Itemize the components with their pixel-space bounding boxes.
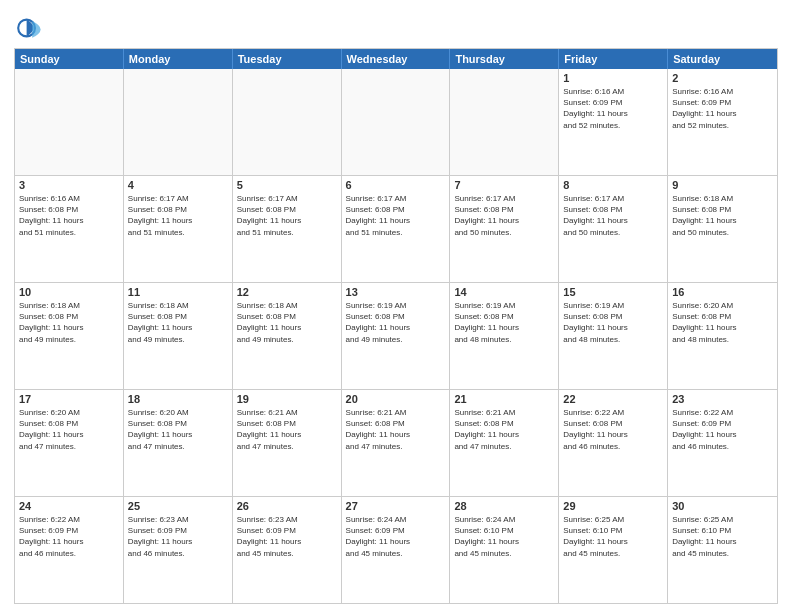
- week-row-1: 1Sunrise: 6:16 AMSunset: 6:09 PMDaylight…: [15, 69, 777, 176]
- day-cell-23: 23Sunrise: 6:22 AMSunset: 6:09 PMDayligh…: [668, 390, 777, 496]
- day-info: Sunrise: 6:16 AMSunset: 6:09 PMDaylight:…: [672, 86, 773, 131]
- day-cell-5: 5Sunrise: 6:17 AMSunset: 6:08 PMDaylight…: [233, 176, 342, 282]
- day-cell-8: 8Sunrise: 6:17 AMSunset: 6:08 PMDaylight…: [559, 176, 668, 282]
- day-number: 15: [563, 286, 663, 298]
- day-cell-2: 2Sunrise: 6:16 AMSunset: 6:09 PMDaylight…: [668, 69, 777, 175]
- day-cell-9: 9Sunrise: 6:18 AMSunset: 6:08 PMDaylight…: [668, 176, 777, 282]
- day-info: Sunrise: 6:22 AMSunset: 6:08 PMDaylight:…: [563, 407, 663, 452]
- day-info: Sunrise: 6:25 AMSunset: 6:10 PMDaylight:…: [563, 514, 663, 559]
- header-day-monday: Monday: [124, 49, 233, 69]
- header-day-sunday: Sunday: [15, 49, 124, 69]
- logo-icon: [14, 14, 42, 42]
- day-info: Sunrise: 6:21 AMSunset: 6:08 PMDaylight:…: [346, 407, 446, 452]
- day-number: 19: [237, 393, 337, 405]
- day-info: Sunrise: 6:22 AMSunset: 6:09 PMDaylight:…: [672, 407, 773, 452]
- day-info: Sunrise: 6:18 AMSunset: 6:08 PMDaylight:…: [128, 300, 228, 345]
- day-number: 7: [454, 179, 554, 191]
- day-cell-28: 28Sunrise: 6:24 AMSunset: 6:10 PMDayligh…: [450, 497, 559, 603]
- day-cell-18: 18Sunrise: 6:20 AMSunset: 6:08 PMDayligh…: [124, 390, 233, 496]
- day-number: 27: [346, 500, 446, 512]
- logo: [14, 14, 44, 42]
- day-number: 23: [672, 393, 773, 405]
- day-info: Sunrise: 6:19 AMSunset: 6:08 PMDaylight:…: [563, 300, 663, 345]
- day-info: Sunrise: 6:20 AMSunset: 6:08 PMDaylight:…: [128, 407, 228, 452]
- day-info: Sunrise: 6:24 AMSunset: 6:10 PMDaylight:…: [454, 514, 554, 559]
- day-cell-16: 16Sunrise: 6:20 AMSunset: 6:08 PMDayligh…: [668, 283, 777, 389]
- day-info: Sunrise: 6:18 AMSunset: 6:08 PMDaylight:…: [237, 300, 337, 345]
- day-info: Sunrise: 6:17 AMSunset: 6:08 PMDaylight:…: [563, 193, 663, 238]
- page: SundayMondayTuesdayWednesdayThursdayFrid…: [0, 0, 792, 612]
- empty-cell: [342, 69, 451, 175]
- day-cell-15: 15Sunrise: 6:19 AMSunset: 6:08 PMDayligh…: [559, 283, 668, 389]
- empty-cell: [450, 69, 559, 175]
- day-info: Sunrise: 6:17 AMSunset: 6:08 PMDaylight:…: [454, 193, 554, 238]
- day-number: 3: [19, 179, 119, 191]
- day-info: Sunrise: 6:19 AMSunset: 6:08 PMDaylight:…: [346, 300, 446, 345]
- day-cell-21: 21Sunrise: 6:21 AMSunset: 6:08 PMDayligh…: [450, 390, 559, 496]
- calendar-body: 1Sunrise: 6:16 AMSunset: 6:09 PMDaylight…: [15, 69, 777, 603]
- day-cell-19: 19Sunrise: 6:21 AMSunset: 6:08 PMDayligh…: [233, 390, 342, 496]
- calendar-header: SundayMondayTuesdayWednesdayThursdayFrid…: [15, 49, 777, 69]
- day-info: Sunrise: 6:16 AMSunset: 6:08 PMDaylight:…: [19, 193, 119, 238]
- day-cell-10: 10Sunrise: 6:18 AMSunset: 6:08 PMDayligh…: [15, 283, 124, 389]
- week-row-5: 24Sunrise: 6:22 AMSunset: 6:09 PMDayligh…: [15, 497, 777, 603]
- day-cell-26: 26Sunrise: 6:23 AMSunset: 6:09 PMDayligh…: [233, 497, 342, 603]
- day-info: Sunrise: 6:16 AMSunset: 6:09 PMDaylight:…: [563, 86, 663, 131]
- day-info: Sunrise: 6:21 AMSunset: 6:08 PMDaylight:…: [237, 407, 337, 452]
- day-cell-27: 27Sunrise: 6:24 AMSunset: 6:09 PMDayligh…: [342, 497, 451, 603]
- day-info: Sunrise: 6:21 AMSunset: 6:08 PMDaylight:…: [454, 407, 554, 452]
- day-number: 10: [19, 286, 119, 298]
- day-info: Sunrise: 6:17 AMSunset: 6:08 PMDaylight:…: [237, 193, 337, 238]
- day-number: 6: [346, 179, 446, 191]
- day-cell-6: 6Sunrise: 6:17 AMSunset: 6:08 PMDaylight…: [342, 176, 451, 282]
- day-cell-7: 7Sunrise: 6:17 AMSunset: 6:08 PMDaylight…: [450, 176, 559, 282]
- day-number: 5: [237, 179, 337, 191]
- day-number: 29: [563, 500, 663, 512]
- day-info: Sunrise: 6:23 AMSunset: 6:09 PMDaylight:…: [237, 514, 337, 559]
- header-day-saturday: Saturday: [668, 49, 777, 69]
- day-number: 14: [454, 286, 554, 298]
- day-number: 24: [19, 500, 119, 512]
- week-row-2: 3Sunrise: 6:16 AMSunset: 6:08 PMDaylight…: [15, 176, 777, 283]
- day-info: Sunrise: 6:17 AMSunset: 6:08 PMDaylight:…: [346, 193, 446, 238]
- day-cell-17: 17Sunrise: 6:20 AMSunset: 6:08 PMDayligh…: [15, 390, 124, 496]
- header: [14, 10, 778, 42]
- day-number: 30: [672, 500, 773, 512]
- day-cell-20: 20Sunrise: 6:21 AMSunset: 6:08 PMDayligh…: [342, 390, 451, 496]
- day-info: Sunrise: 6:24 AMSunset: 6:09 PMDaylight:…: [346, 514, 446, 559]
- day-info: Sunrise: 6:19 AMSunset: 6:08 PMDaylight:…: [454, 300, 554, 345]
- empty-cell: [124, 69, 233, 175]
- day-cell-1: 1Sunrise: 6:16 AMSunset: 6:09 PMDaylight…: [559, 69, 668, 175]
- day-cell-4: 4Sunrise: 6:17 AMSunset: 6:08 PMDaylight…: [124, 176, 233, 282]
- day-number: 4: [128, 179, 228, 191]
- day-cell-13: 13Sunrise: 6:19 AMSunset: 6:08 PMDayligh…: [342, 283, 451, 389]
- day-number: 17: [19, 393, 119, 405]
- day-number: 25: [128, 500, 228, 512]
- empty-cell: [15, 69, 124, 175]
- week-row-4: 17Sunrise: 6:20 AMSunset: 6:08 PMDayligh…: [15, 390, 777, 497]
- day-number: 21: [454, 393, 554, 405]
- day-info: Sunrise: 6:20 AMSunset: 6:08 PMDaylight:…: [19, 407, 119, 452]
- day-number: 11: [128, 286, 228, 298]
- day-number: 13: [346, 286, 446, 298]
- day-number: 1: [563, 72, 663, 84]
- day-cell-14: 14Sunrise: 6:19 AMSunset: 6:08 PMDayligh…: [450, 283, 559, 389]
- day-cell-25: 25Sunrise: 6:23 AMSunset: 6:09 PMDayligh…: [124, 497, 233, 603]
- day-info: Sunrise: 6:23 AMSunset: 6:09 PMDaylight:…: [128, 514, 228, 559]
- day-number: 26: [237, 500, 337, 512]
- day-cell-22: 22Sunrise: 6:22 AMSunset: 6:08 PMDayligh…: [559, 390, 668, 496]
- header-day-wednesday: Wednesday: [342, 49, 451, 69]
- day-info: Sunrise: 6:20 AMSunset: 6:08 PMDaylight:…: [672, 300, 773, 345]
- header-day-thursday: Thursday: [450, 49, 559, 69]
- day-number: 18: [128, 393, 228, 405]
- day-number: 8: [563, 179, 663, 191]
- day-info: Sunrise: 6:25 AMSunset: 6:10 PMDaylight:…: [672, 514, 773, 559]
- day-cell-24: 24Sunrise: 6:22 AMSunset: 6:09 PMDayligh…: [15, 497, 124, 603]
- week-row-3: 10Sunrise: 6:18 AMSunset: 6:08 PMDayligh…: [15, 283, 777, 390]
- header-day-friday: Friday: [559, 49, 668, 69]
- day-number: 22: [563, 393, 663, 405]
- day-info: Sunrise: 6:18 AMSunset: 6:08 PMDaylight:…: [19, 300, 119, 345]
- day-number: 16: [672, 286, 773, 298]
- day-cell-3: 3Sunrise: 6:16 AMSunset: 6:08 PMDaylight…: [15, 176, 124, 282]
- day-info: Sunrise: 6:17 AMSunset: 6:08 PMDaylight:…: [128, 193, 228, 238]
